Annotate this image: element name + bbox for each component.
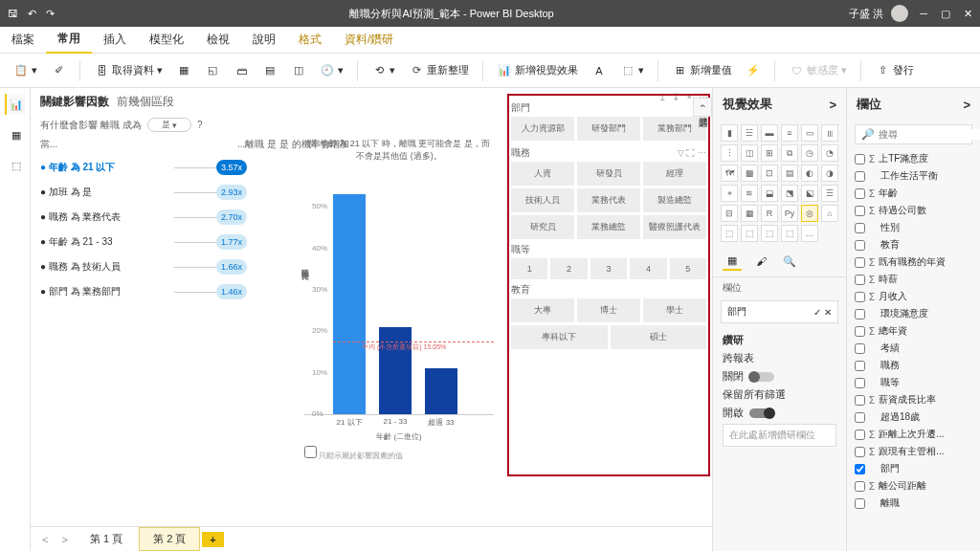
viz-type-icon[interactable]: ▤ bbox=[781, 165, 798, 182]
field-checkbox[interactable] bbox=[855, 292, 865, 302]
save-icon[interactable]: 🖫 bbox=[8, 8, 18, 19]
field-name[interactable]: 月收入 bbox=[879, 290, 907, 303]
viz-type-icon[interactable]: 🗺 bbox=[721, 165, 738, 182]
viz-type-icon[interactable]: ◑ bbox=[821, 165, 838, 182]
keep-filters-toggle[interactable] bbox=[749, 408, 774, 418]
field-name[interactable]: 上TF滿意度 bbox=[879, 152, 928, 165]
ki-factor[interactable]: ● 職務 為 業務代表 bbox=[40, 210, 174, 224]
field-name[interactable]: 年齡 bbox=[879, 187, 898, 200]
slicer-item[interactable]: 1 bbox=[511, 258, 547, 279]
new-measure-button[interactable]: ⊞新增量值 bbox=[668, 61, 736, 80]
slicer-item[interactable]: 5 bbox=[670, 258, 706, 279]
viz-type-icon[interactable]: … bbox=[801, 225, 818, 242]
avatar[interactable] bbox=[891, 5, 908, 22]
viz-type-icon[interactable]: ⊞ bbox=[761, 144, 778, 162]
field-name[interactable]: 離公司距離 bbox=[879, 479, 926, 493]
enter-data-icon[interactable]: ▤ bbox=[258, 61, 281, 80]
slicer-item[interactable]: 2 bbox=[550, 258, 587, 279]
menu-help[interactable]: 說明 bbox=[241, 27, 287, 54]
data-view-icon[interactable]: ▦ bbox=[5, 124, 26, 145]
menu-insert[interactable]: 插入 bbox=[92, 27, 138, 54]
field-name[interactable]: 職等 bbox=[880, 376, 900, 389]
viz-type-icon[interactable]: ▦ bbox=[741, 205, 758, 222]
field-checkbox[interactable] bbox=[855, 361, 865, 371]
slicer-more-icon[interactable]: ⋯ bbox=[698, 148, 706, 158]
excel-icon[interactable]: ▦ bbox=[172, 61, 195, 80]
close-icon[interactable]: ✕ bbox=[964, 8, 972, 20]
field-checkbox[interactable] bbox=[855, 171, 865, 182]
viz-type-icon[interactable]: ▭ bbox=[801, 124, 818, 142]
analytics-tab-icon[interactable]: 🔍 bbox=[780, 252, 799, 271]
menu-view[interactable]: 檢視 bbox=[195, 27, 241, 54]
collapse-fields-icon[interactable]: > bbox=[963, 98, 970, 112]
ki-factor[interactable]: ● 年齡 為 21 - 33 bbox=[40, 235, 174, 249]
filters-pane-tab[interactable]: ‹ 篩選 bbox=[693, 98, 712, 117]
page-tab-2[interactable]: 第 2 頁 bbox=[139, 527, 200, 551]
field-checkbox[interactable] bbox=[855, 430, 865, 440]
slicer-item[interactable]: 醫療照護代表 bbox=[643, 215, 706, 239]
publish-button[interactable]: ⇧發行 bbox=[871, 61, 918, 80]
viz-type-icon[interactable]: ⫼ bbox=[821, 124, 838, 142]
slicer-item[interactable]: 業務部門 bbox=[643, 117, 706, 141]
field-name[interactable]: 部門 bbox=[880, 462, 900, 475]
field-name[interactable]: 離職 bbox=[880, 496, 900, 510]
field-checkbox[interactable] bbox=[855, 464, 865, 474]
field-name[interactable]: 距離上次升遷... bbox=[879, 428, 944, 441]
field-name[interactable]: 既有職務的年資 bbox=[879, 255, 946, 269]
maximize-icon[interactable]: ▢ bbox=[941, 8, 950, 20]
ki-tab-influencers[interactable]: 關鍵影響因數 bbox=[40, 94, 109, 110]
field-checkbox[interactable] bbox=[855, 395, 865, 406]
field-checkbox[interactable] bbox=[855, 240, 865, 251]
menu-model[interactable]: 模型化 bbox=[138, 27, 195, 54]
menu-format[interactable]: 格式 bbox=[287, 27, 333, 54]
dataverse-icon[interactable]: ◫ bbox=[287, 61, 310, 80]
field-checkbox[interactable] bbox=[855, 343, 865, 354]
paste-button[interactable]: 📋▾ bbox=[10, 61, 41, 80]
slicer-item[interactable]: 經理 bbox=[643, 162, 706, 186]
field-checkbox[interactable] bbox=[855, 275, 865, 285]
menu-data[interactable]: 資料/鑽研 bbox=[333, 27, 405, 54]
field-name[interactable]: 超過18歲 bbox=[880, 410, 920, 424]
viz-type-icon[interactable]: ⬔ bbox=[781, 185, 798, 202]
viz-type-icon[interactable]: ◷ bbox=[801, 144, 818, 162]
field-checkbox[interactable] bbox=[855, 498, 865, 509]
field-name[interactable]: 總年資 bbox=[879, 324, 907, 338]
viz-type-icon[interactable]: Py bbox=[781, 205, 798, 222]
add-page-button[interactable]: + bbox=[202, 532, 223, 547]
viz-type-icon[interactable]: ⬕ bbox=[801, 185, 818, 202]
field-checkbox[interactable] bbox=[855, 206, 865, 216]
viz-type-icon[interactable]: ≡ bbox=[781, 124, 798, 142]
field-name[interactable]: 跟現有主管相... bbox=[879, 445, 944, 458]
collapse-viz-icon[interactable]: > bbox=[829, 98, 836, 112]
viz-type-icon[interactable]: ⬚ bbox=[761, 225, 778, 242]
slicer-item[interactable]: 學士 bbox=[643, 298, 706, 322]
refresh-button[interactable]: ⟳重新整理 bbox=[405, 61, 473, 80]
field-name[interactable]: 工作生活平衡 bbox=[880, 169, 938, 183]
viz-type-icon[interactable]: ⊡ bbox=[761, 165, 778, 182]
textbox-icon[interactable]: A bbox=[588, 61, 611, 80]
viz-type-icon[interactable]: ⬓ bbox=[761, 185, 778, 202]
undo-icon[interactable]: ↶ bbox=[28, 8, 36, 20]
viz-type-icon[interactable]: ⬚ bbox=[721, 225, 738, 242]
ki-factor[interactable]: ● 部門 為 業務部門 bbox=[40, 285, 174, 298]
get-data-button[interactable]: 🗄取得資料 ▾ bbox=[90, 61, 167, 80]
focus-icon[interactable]: ⛶ bbox=[686, 148, 695, 158]
field-checkbox[interactable] bbox=[855, 257, 865, 268]
menu-file[interactable]: 檔案 bbox=[0, 27, 46, 54]
fields-tab-icon[interactable]: ▦ bbox=[723, 252, 742, 271]
viz-type-icon[interactable]: ▮ bbox=[721, 124, 738, 142]
viz-type-icon[interactable]: ⬚ bbox=[781, 225, 798, 242]
slicer-item[interactable]: 人力資源部 bbox=[511, 117, 574, 141]
slicer-item[interactable]: 研發部門 bbox=[577, 117, 640, 141]
slicer-item[interactable]: 3 bbox=[590, 258, 627, 279]
field-checkbox[interactable] bbox=[855, 223, 865, 233]
slicer-item[interactable]: 業務總監 bbox=[577, 215, 640, 239]
viz-type-icon[interactable]: ◔ bbox=[821, 144, 838, 162]
search-input[interactable] bbox=[879, 129, 980, 140]
format-painter-button[interactable]: ✐ bbox=[47, 61, 70, 80]
viz-type-icon[interactable]: ⌂ bbox=[821, 205, 838, 222]
slicer-item[interactable]: 4 bbox=[630, 258, 666, 279]
field-checkbox[interactable] bbox=[855, 481, 865, 492]
slicer-item[interactable]: 專科以下 bbox=[511, 325, 608, 349]
field-checkbox[interactable] bbox=[855, 154, 865, 165]
